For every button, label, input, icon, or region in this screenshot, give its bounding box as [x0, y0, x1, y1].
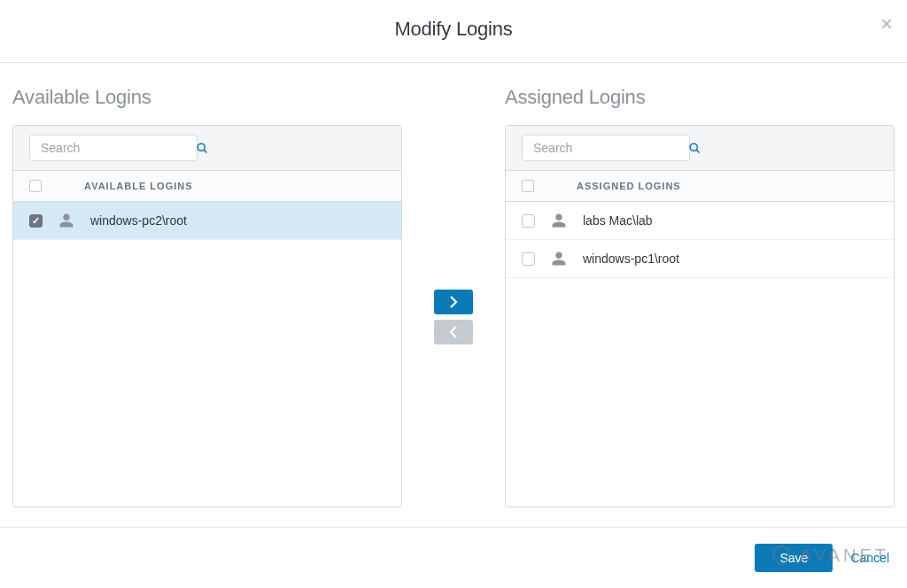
move-right-button[interactable]	[434, 290, 473, 314]
modal-title: Modify Logins	[0, 18, 907, 41]
user-icon	[551, 213, 567, 228]
assigned-search-row	[506, 126, 894, 171]
shield-icon	[770, 544, 793, 567]
svg-point-0	[198, 143, 205, 151]
available-title: Available Logins	[12, 86, 402, 109]
modal-header: Modify Logins ×	[0, 0, 907, 63]
assigned-table-body: labs Mac\lab windows-pc1\root	[506, 202, 894, 507]
assigned-list-container: ASSIGNED LOGINS labs Mac\lab windows-pc1…	[505, 125, 895, 507]
svg-line-3	[696, 150, 699, 152]
available-select-all-checkbox[interactable]	[29, 180, 42, 192]
assigned-column-header: ASSIGNED LOGINS	[577, 181, 681, 191]
assigned-title: Assigned Logins	[505, 86, 895, 109]
user-icon	[551, 251, 567, 267]
available-search-input[interactable]	[41, 141, 196, 155]
move-left-button[interactable]	[434, 320, 473, 344]
user-icon	[58, 213, 74, 228]
search-icon[interactable]	[688, 139, 702, 157]
list-item[interactable]: labs Mac\lab	[506, 202, 894, 240]
watermark-logo: AVANET	[770, 544, 889, 567]
row-checkbox[interactable]	[522, 252, 535, 266]
assigned-search-input[interactable]	[533, 141, 688, 155]
available-panel: Available Logins AVAILABLE LOGINS	[12, 86, 402, 507]
list-item[interactable]: windows-pc1\root	[506, 240, 894, 278]
available-table-body: windows-pc2\root	[13, 202, 401, 507]
watermark-text: AVANET	[800, 545, 889, 566]
available-search-box	[29, 135, 198, 161]
available-column-header: AVAILABLE LOGINS	[84, 181, 193, 191]
available-table-header: AVAILABLE LOGINS	[13, 171, 401, 202]
login-name: windows-pc1\root	[583, 251, 679, 266]
assigned-select-all-checkbox[interactable]	[522, 180, 534, 192]
chevron-left-icon	[449, 326, 458, 338]
search-icon[interactable]	[196, 139, 209, 157]
row-checkbox[interactable]	[522, 214, 535, 228]
login-name: windows-pc2\root	[90, 213, 187, 228]
chevron-right-icon	[449, 296, 458, 308]
close-icon[interactable]: ×	[879, 16, 895, 32]
transfer-buttons	[402, 290, 505, 344]
assigned-search-box	[522, 135, 690, 161]
available-list-container: AVAILABLE LOGINS windows-pc2\root	[12, 125, 402, 507]
login-name: labs Mac\lab	[583, 213, 653, 228]
svg-point-2	[690, 143, 697, 151]
svg-line-1	[204, 150, 206, 152]
list-item[interactable]: windows-pc2\root	[13, 202, 401, 240]
modal-body: Available Logins AVAILABLE LOGINS	[0, 63, 907, 507]
row-checkbox[interactable]	[29, 214, 43, 228]
available-search-row	[13, 126, 401, 171]
assigned-table-header: ASSIGNED LOGINS	[506, 171, 894, 202]
assigned-panel: Assigned Logins ASSIGNED LOGINS	[505, 86, 895, 507]
